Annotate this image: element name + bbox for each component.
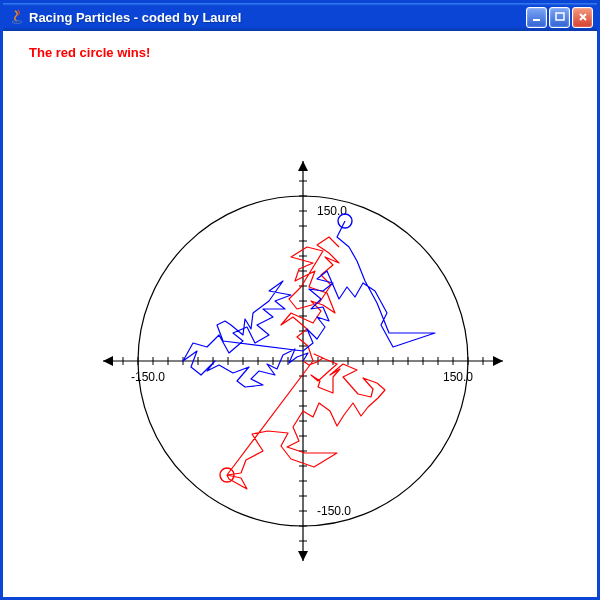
app-window: Racing Particles - coded by Laurel The r…	[0, 0, 600, 600]
x-axis-arrow-left	[103, 356, 113, 366]
x-tick-neg: -150.0	[131, 370, 165, 384]
svg-rect-1	[533, 19, 540, 21]
svg-point-0	[12, 21, 22, 24]
maximize-icon	[555, 12, 565, 22]
close-icon	[578, 12, 588, 22]
titlebar[interactable]: Racing Particles - coded by Laurel	[3, 3, 597, 31]
svg-rect-2	[556, 13, 564, 20]
java-icon	[9, 9, 25, 25]
minimize-icon	[532, 12, 542, 22]
x-axis-arrow-right	[493, 356, 503, 366]
y-axis-arrow-up	[298, 161, 308, 171]
y-axis-arrow-down	[298, 551, 308, 561]
window-buttons	[526, 7, 593, 28]
y-tick-neg: -150.0	[317, 504, 351, 518]
maximize-button[interactable]	[549, 7, 570, 28]
content-area: The red circle wins! 150.0-150.0150.0-15…	[3, 31, 597, 597]
minimize-button[interactable]	[526, 7, 547, 28]
path-blue	[183, 221, 435, 387]
window-title: Racing Particles - coded by Laurel	[29, 10, 526, 25]
close-button[interactable]	[572, 7, 593, 28]
y-tick-pos: 150.0	[317, 204, 347, 218]
particle-chart: 150.0-150.0150.0-150.0	[3, 31, 597, 597]
x-tick-pos: 150.0	[443, 370, 473, 384]
